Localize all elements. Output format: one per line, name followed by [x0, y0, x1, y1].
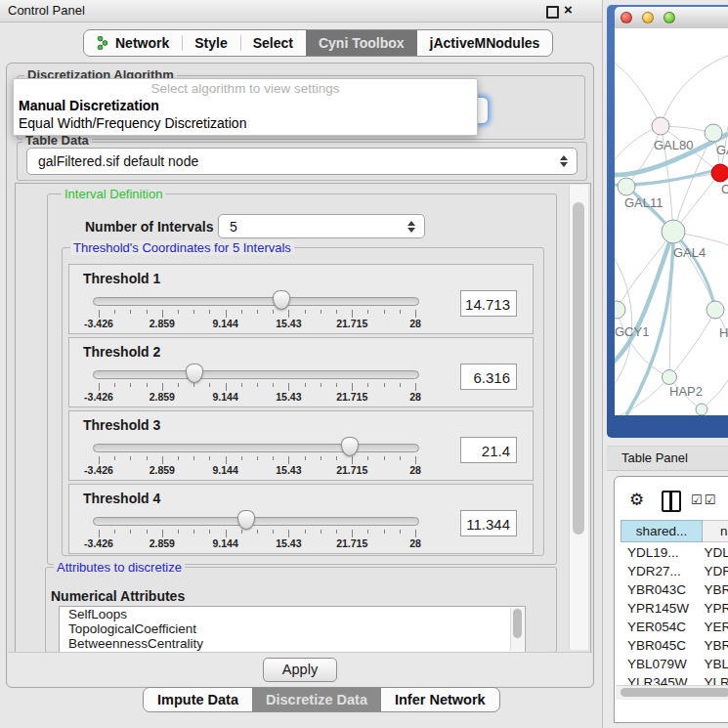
network-node[interactable]: [705, 124, 722, 142]
numerical-attributes-heading: Numerical Attributes: [51, 588, 185, 604]
table-row[interactable]: YLR345WYLR3: [615, 673, 728, 685]
network-node[interactable]: [707, 301, 724, 319]
table-row[interactable]: YDL19...YDL1: [615, 543, 728, 562]
spinner-arrows-icon: [407, 221, 415, 233]
network-node[interactable]: [615, 301, 625, 319]
zoom-traffic-light-icon[interactable]: [664, 12, 675, 23]
number-of-intervals-value: 5: [230, 215, 237, 237]
threshold-value-field[interactable]: 14.713: [460, 290, 517, 317]
checkboxes-icon[interactable]: ☑☑: [691, 492, 717, 507]
numerical-attributes-list[interactable]: SelfLoopsTopologicalCoefficientBetweenne…: [59, 606, 526, 653]
tab-impute-data[interactable]: Impute Data: [144, 688, 252, 711]
cell-shared-name: YER054C: [621, 618, 701, 636]
attribute-item[interactable]: BetweennessCentrality: [60, 636, 525, 651]
control-panel-titlebar: Control Panel ×: [0, 0, 602, 22]
table-rows: YDL19...YDL1YDR27...YDR2YBR043CYBR0YPR14…: [615, 543, 728, 685]
apply-button[interactable]: Apply: [263, 658, 337, 682]
threshold-value-field[interactable]: 21.4: [460, 437, 517, 463]
close-icon[interactable]: ×: [564, 1, 573, 18]
tab-select[interactable]: Select: [240, 30, 306, 56]
tab-cyni-toolbox[interactable]: Cyni Toolbox: [306, 30, 417, 56]
popup-option-equal-width-frequency[interactable]: Equal Width/Frequency Discretization: [14, 114, 477, 132]
thresholds-group: Threshold's Coordinates for 5 Intervals …: [62, 247, 544, 556]
scrollbar-thumb[interactable]: [621, 688, 728, 697]
table-horizontal-scrollbar[interactable]: [616, 685, 728, 700]
popup-hint: Select algorithm to view settings: [14, 79, 477, 97]
control-panel: Control Panel × Network Style Select Cyn…: [0, 0, 603, 728]
slider-tick-labels: -3.4262.8599.14415.4321.71528: [99, 391, 415, 403]
slider-track[interactable]: [93, 517, 419, 526]
table-data-combobox[interactable]: galFiltered.sif default node: [26, 148, 578, 175]
network-node-label: HAP2: [669, 384, 703, 399]
network-node[interactable]: [618, 178, 635, 195]
table-panel-title: Table Panel: [621, 450, 688, 465]
attributes-scrollbar[interactable]: [510, 608, 524, 651]
tab-style[interactable]: Style: [182, 30, 239, 56]
slider-thumb[interactable]: [237, 510, 255, 530]
threshold-label: Threshold 2: [83, 344, 160, 360]
network-node-label: GAL11: [624, 195, 664, 210]
slider-track[interactable]: [93, 444, 419, 452]
tab-label: Network: [115, 35, 169, 51]
column-header-name[interactable]: na: [703, 520, 728, 542]
table-panel-card: ⚙ ☑☑ shared... na YDL19...YDL1YDR27...YD…: [614, 476, 728, 723]
network-canvas[interactable]: GAL80GACGAL11GAL4GCY1HHAP2: [615, 28, 728, 415]
minimize-traffic-light-icon[interactable]: [642, 12, 654, 23]
slider-track[interactable]: [93, 297, 419, 306]
slider-ticks: [99, 456, 415, 464]
table-row[interactable]: YPR145WYPR1: [615, 599, 728, 618]
attribute-item[interactable]: TopologicalCoefficient: [60, 621, 525, 636]
table-row[interactable]: YER054CYER0: [615, 618, 728, 636]
panel-vertical-scrollbar[interactable]: [569, 185, 588, 650]
popup-option-manual-discretization[interactable]: Manual Discretization: [14, 97, 477, 114]
slider-thumb[interactable]: [273, 290, 290, 310]
network-node[interactable]: [652, 117, 669, 135]
thresholds-group-title: Threshold's Coordinates for 5 Intervals: [70, 240, 294, 255]
slider-thumb[interactable]: [186, 364, 203, 383]
table-row[interactable]: YBR043CYBR0: [615, 580, 728, 599]
cell-name: YLR3: [701, 673, 728, 685]
tab-network[interactable]: Network: [84, 30, 182, 56]
network-window-titlebar[interactable]: [615, 7, 728, 29]
gear-icon[interactable]: ⚙: [629, 490, 644, 510]
tab-infer-network[interactable]: Infer Network: [381, 688, 499, 711]
network-view-window[interactable]: GAL80GACGAL11GAL4GCY1HHAP2: [607, 5, 728, 438]
float-window-icon[interactable]: [546, 6, 559, 19]
attribute-item[interactable]: SelfLoops: [60, 607, 525, 621]
table-row[interactable]: YBR045CYBR0: [615, 636, 728, 655]
split-pane-icon[interactable]: [662, 491, 681, 512]
number-of-intervals-combobox[interactable]: 5: [218, 214, 425, 238]
table-row[interactable]: YBL079WYBL0: [615, 655, 728, 673]
network-node-label: GAL80: [654, 138, 693, 152]
threshold-box: Threshold 2-3.4262.8599.14415.4321.71528…: [68, 337, 534, 407]
network-node-label: GCY1: [615, 324, 649, 339]
network-node[interactable]: [663, 370, 677, 385]
table-data-value: galFiltered.sif default node: [38, 149, 198, 174]
column-header-shared-name[interactable]: shared...: [621, 520, 703, 542]
cell-name: YDL1: [701, 543, 728, 562]
network-node[interactable]: [662, 220, 685, 243]
algorithm-dropdown-popup: Select algorithm to view settings Manual…: [13, 78, 478, 136]
network-node[interactable]: [711, 164, 728, 182]
slider-track[interactable]: [93, 370, 419, 379]
cell-shared-name: YBL079W: [621, 655, 701, 673]
threshold-box: Threshold 3-3.4262.8599.14415.4321.71528…: [68, 410, 534, 481]
attributes-group-title: Attributes to discretize: [54, 560, 185, 575]
threshold-value-field[interactable]: 11.344: [460, 510, 517, 536]
table-row[interactable]: YDR27...YDR2: [615, 562, 728, 580]
network-node[interactable]: [696, 404, 707, 415]
network-node-label: GA: [716, 143, 728, 157]
cell-name: YBL0: [701, 655, 728, 673]
slider-tick-labels: -3.4262.8599.14415.4321.71528: [99, 464, 415, 476]
threshold-label: Threshold 1: [83, 271, 160, 286]
tab-discretize-data[interactable]: Discretize Data: [252, 688, 381, 711]
scrollbar-thumb[interactable]: [573, 202, 584, 535]
slider-thumb[interactable]: [341, 437, 359, 456]
close-traffic-light-icon[interactable]: [621, 12, 632, 23]
spinner-arrows-icon: [560, 155, 568, 167]
threshold-value-field[interactable]: 6.316: [460, 364, 517, 390]
control-panel-title: Control Panel: [8, 3, 85, 18]
tab-jactivemnodules[interactable]: jActiveMNodules: [417, 30, 553, 56]
scrollbar-thumb[interactable]: [513, 609, 522, 638]
apply-button-row: Apply: [8, 652, 592, 686]
